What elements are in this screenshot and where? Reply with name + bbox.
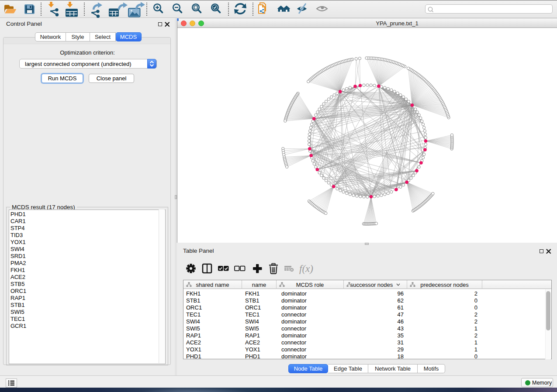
svg-text:f(x): f(x) <box>299 263 313 274</box>
